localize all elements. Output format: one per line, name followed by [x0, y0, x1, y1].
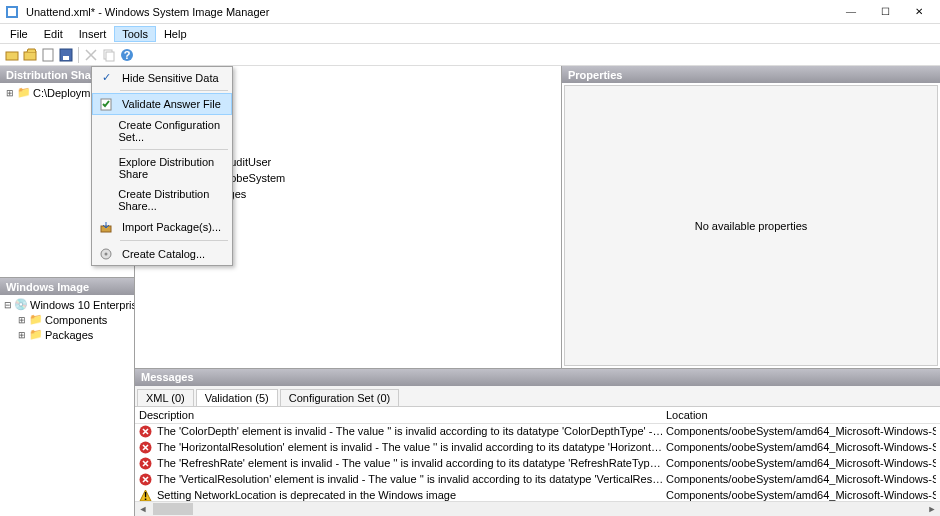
expander-icon[interactable]: ⊟ — [4, 299, 12, 310]
maximize-button[interactable]: ☐ — [868, 1, 902, 23]
toolbar-separator — [78, 47, 79, 63]
toolbar: ? — [0, 44, 940, 66]
tab-validation[interactable]: Validation (5) — [196, 389, 278, 406]
properties-header: Properties — [562, 66, 940, 83]
col-description[interactable]: Description — [139, 409, 666, 421]
menu-hide-sensitive[interactable]: ✓ Hide Sensitive Data — [92, 67, 232, 88]
message-location: Components/oobeSystem/amd64_Microsoft-Wi… — [666, 489, 936, 501]
messages-panel: Messages XML (0) Validation (5) Configur… — [135, 368, 940, 516]
svg-rect-2 — [6, 52, 18, 60]
validate-icon — [96, 97, 116, 111]
message-row[interactable]: The 'ColorDepth' element is invalid - Th… — [135, 424, 940, 440]
expander-icon[interactable]: ⊞ — [4, 87, 15, 98]
menu-separator — [120, 90, 228, 91]
menu-edit[interactable]: Edit — [36, 26, 71, 42]
menu-validate-answer-file[interactable]: Validate Answer File — [92, 93, 232, 115]
windows-image-panel: Windows Image ⊟ 💿 Windows 10 Enterprise … — [0, 278, 134, 516]
svg-rect-6 — [63, 56, 69, 60]
warning-icon: ! — [139, 489, 153, 501]
scroll-right-icon[interactable]: ► — [924, 504, 940, 514]
menu-file[interactable]: File — [2, 26, 36, 42]
menu-create-dist-share[interactable]: Create Distribution Share... — [92, 184, 232, 216]
scroll-thumb[interactable] — [153, 503, 193, 515]
error-icon — [139, 457, 153, 471]
new-answer-file-icon[interactable] — [40, 47, 56, 63]
svg-rect-8 — [106, 52, 114, 61]
menu-create-config-set[interactable]: Create Configuration Set... — [92, 115, 232, 147]
check-icon: ✓ — [96, 71, 116, 84]
menu-help[interactable]: Help — [156, 26, 195, 42]
error-icon — [139, 473, 153, 487]
close-button[interactable]: ✕ — [902, 1, 936, 23]
right-column: ⊞ 6 auditUser ⊞ 7 oobeSystem 📁 Packages — [135, 66, 940, 516]
message-location: Components/oobeSystem/amd64_Microsoft-Wi… — [666, 473, 936, 487]
messages-tabs: XML (0) Validation (5) Configuration Set… — [135, 386, 940, 407]
menu-label: Create Distribution Share... — [118, 188, 226, 212]
svg-rect-4 — [43, 49, 53, 61]
windows-image-header: Windows Image — [0, 278, 134, 295]
folder-icon: 📁 — [29, 328, 43, 341]
menubar: File Edit Insert Tools Help — [0, 24, 940, 44]
message-row[interactable]: The 'VerticalResolution' element is inva… — [135, 472, 940, 488]
svg-point-21 — [105, 253, 108, 256]
menu-create-catalog[interactable]: Create Catalog... — [92, 243, 232, 265]
folder-icon: 📁 — [29, 313, 43, 326]
menu-label: Create Configuration Set... — [119, 119, 227, 143]
message-description: Setting NetworkLocation is deprecated in… — [157, 489, 666, 501]
app-icon — [4, 4, 20, 20]
win-image-root[interactable]: ⊟ 💿 Windows 10 Enterprise — [2, 297, 132, 312]
tools-dropdown: ✓ Hide Sensitive Data Validate Answer Fi… — [91, 66, 233, 266]
tree-item-packages[interactable]: ⊞ 📁 Packages — [2, 327, 132, 342]
folder-icon: 📁 — [17, 86, 31, 99]
expander-icon[interactable]: ⊞ — [16, 314, 27, 325]
scroll-left-icon[interactable]: ◄ — [135, 504, 151, 514]
import-icon — [96, 220, 116, 234]
cut-icon[interactable] — [83, 47, 99, 63]
messages-list[interactable]: The 'ColorDepth' element is invalid - Th… — [135, 424, 940, 501]
tree-label: Packages — [45, 329, 93, 341]
message-row[interactable]: The 'HorizontalResolution' element is in… — [135, 440, 940, 456]
message-row[interactable]: !Setting NetworkLocation is deprecated i… — [135, 488, 940, 501]
properties-panel: Properties No available properties — [562, 66, 940, 368]
menu-insert[interactable]: Insert — [71, 26, 115, 42]
message-location: Components/oobeSystem/amd64_Microsoft-Wi… — [666, 441, 936, 455]
message-description: The 'HorizontalResolution' element is in… — [157, 441, 666, 455]
copy-icon[interactable] — [101, 47, 117, 63]
tree-label: Windows 10 Enterprise — [30, 299, 134, 311]
windows-image-tree[interactable]: ⊟ 💿 Windows 10 Enterprise ⊞ 📁 Components… — [0, 295, 134, 516]
message-description: The 'RefreshRate' element is invalid - T… — [157, 457, 666, 471]
minimize-button[interactable]: — — [834, 1, 868, 23]
catalog-icon — [96, 247, 116, 261]
menu-label: Create Catalog... — [122, 248, 205, 260]
message-location: Components/oobeSystem/amd64_Microsoft-Wi… — [666, 457, 936, 471]
message-location: Components/oobeSystem/amd64_Microsoft-Wi… — [666, 425, 936, 439]
tree-item-components[interactable]: ⊞ 📁 Components — [2, 312, 132, 327]
top-right-area: ⊞ 6 auditUser ⊞ 7 oobeSystem 📁 Packages — [135, 66, 940, 368]
error-icon — [139, 441, 153, 455]
menu-import-packages[interactable]: Import Package(s)... — [92, 216, 232, 238]
messages-column-headers: Description Location — [135, 407, 940, 424]
svg-text:!: ! — [144, 490, 148, 501]
properties-body: No available properties — [564, 85, 938, 366]
save-icon[interactable] — [58, 47, 74, 63]
window-controls: — ☐ ✕ — [834, 1, 936, 23]
horizontal-scrollbar[interactable]: ◄ ► — [135, 501, 940, 516]
tab-configset[interactable]: Configuration Set (0) — [280, 389, 400, 406]
open-icon[interactable] — [22, 47, 38, 63]
expander-icon[interactable]: ⊞ — [16, 329, 27, 340]
col-location[interactable]: Location — [666, 409, 936, 421]
properties-empty-text: No available properties — [695, 220, 808, 232]
menu-explore-dist-share[interactable]: Explore Distribution Share — [92, 152, 232, 184]
menu-tools[interactable]: Tools — [114, 26, 156, 42]
message-description: The 'VerticalResolution' element is inva… — [157, 473, 666, 487]
tab-xml[interactable]: XML (0) — [137, 389, 194, 406]
titlebar: Unattend.xml* - Windows System Image Man… — [0, 0, 940, 24]
new-dist-share-icon[interactable] — [4, 47, 20, 63]
menu-label: Hide Sensitive Data — [122, 72, 219, 84]
message-row[interactable]: The 'RefreshRate' element is invalid - T… — [135, 456, 940, 472]
cd-icon: 💿 — [14, 298, 28, 311]
help-icon[interactable]: ? — [119, 47, 135, 63]
menu-label: Validate Answer File — [122, 98, 221, 110]
svg-text:?: ? — [124, 49, 131, 61]
window-title: Unattend.xml* - Windows System Image Man… — [26, 6, 834, 18]
